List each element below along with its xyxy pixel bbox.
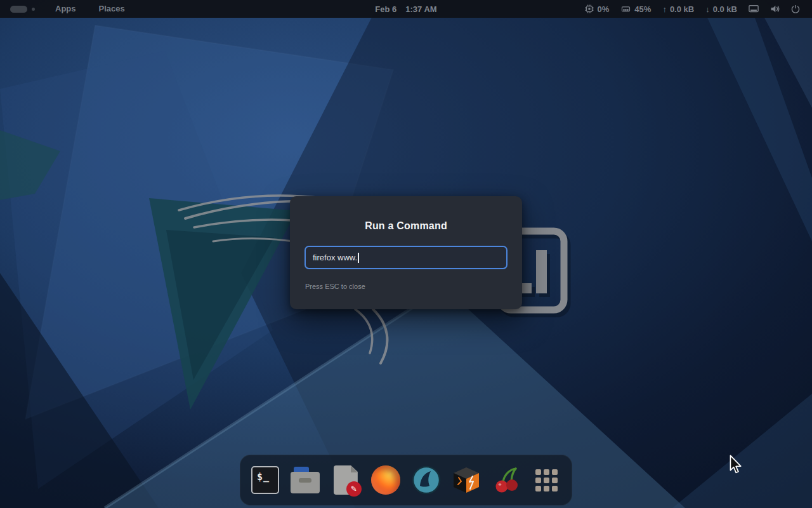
network-down-value: 0.0 kB: [713, 4, 737, 14]
top-panel: Apps Places Feb 6 1:37 AM 0%: [0, 0, 812, 18]
download-arrow-icon: ↓: [705, 4, 710, 14]
pencil-glyph: ✎: [351, 485, 357, 493]
command-input[interactable]: firefox www.: [304, 246, 508, 269]
volume-icon: [769, 4, 780, 14]
whisker-menu-dot-icon: [32, 8, 35, 11]
esc-hint-label: Press ESC to close: [305, 283, 365, 290]
dock-item-file-manager[interactable]: [291, 465, 320, 495]
dock-item-app-grid[interactable]: [532, 465, 561, 495]
cpu-value: 0%: [598, 4, 610, 14]
command-input-value: firefox www.: [313, 253, 357, 262]
dock-item-burpsuite[interactable]: [452, 465, 481, 495]
folder-handle: [299, 478, 311, 483]
clock-date: Feb 6: [375, 4, 396, 14]
app-grid-icon: [535, 469, 558, 491]
memory-indicator[interactable]: 45%: [615, 4, 657, 14]
display-icon: [748, 4, 759, 14]
power-icon: [790, 4, 801, 14]
panel-menu-places[interactable]: Places: [88, 0, 136, 18]
network-up-indicator[interactable]: ↑ 0.0 kB: [657, 4, 700, 14]
dock-item-wireshark[interactable]: [412, 465, 441, 495]
folder-body: [291, 472, 320, 493]
clock-time: 1:37 AM: [405, 4, 436, 14]
dock-item-cherrytree[interactable]: [492, 465, 521, 495]
dock-item-terminal[interactable]: $_: [251, 465, 280, 495]
memory-icon: [620, 4, 631, 14]
text-editor-icon: ✎: [334, 465, 358, 495]
burpsuite-icon: [452, 465, 481, 495]
dock-item-firefox[interactable]: [371, 465, 400, 495]
cpu-chip-icon: [584, 4, 594, 14]
network-down-indicator[interactable]: ↓ 0.0 kB: [700, 4, 743, 14]
dock-item-text-editor[interactable]: ✎: [331, 465, 360, 495]
run-command-dialog: Run a Command firefox www. Press ESC to …: [290, 196, 522, 309]
memory-value: 45%: [634, 4, 651, 14]
terminal-icon: $_: [251, 466, 279, 494]
dialog-title: Run a Command: [290, 220, 522, 232]
network-up-value: 0.0 kB: [670, 4, 694, 14]
firefox-icon: [371, 465, 400, 495]
dock: $_ ✎: [240, 455, 572, 505]
cpu-indicator[interactable]: 0%: [579, 4, 615, 14]
document-fold: [351, 465, 358, 472]
mouse-cursor: [729, 455, 743, 476]
power-button[interactable]: [785, 0, 806, 18]
wireshark-icon: [412, 465, 441, 495]
file-manager-icon: [291, 467, 320, 493]
pencil-badge-icon: ✎: [346, 481, 362, 497]
volume-button[interactable]: [764, 0, 785, 18]
cherrytree-icon: [492, 465, 521, 495]
upload-arrow-icon: ↑: [662, 4, 667, 14]
display-settings-button[interactable]: [743, 0, 764, 18]
whisker-menu-icon: [10, 6, 27, 13]
terminal-prompt-glyph: $_: [257, 471, 270, 483]
clock[interactable]: Feb 6 1:37 AM: [375, 4, 436, 14]
panel-menu-apps[interactable]: Apps: [44, 0, 88, 18]
text-caret: [358, 253, 359, 263]
applications-menu-button[interactable]: [0, 0, 44, 18]
